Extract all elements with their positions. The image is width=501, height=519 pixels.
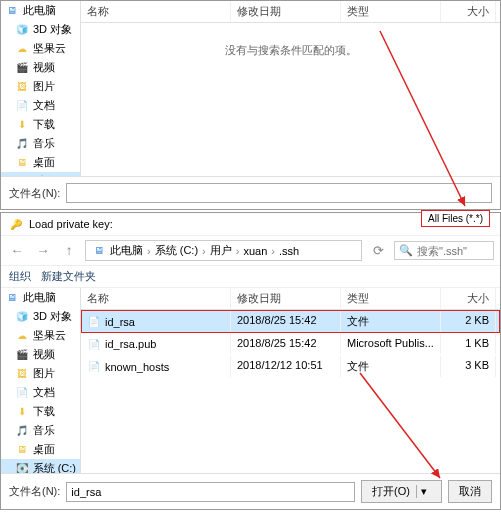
sidebar-item[interactable]: 🎵音乐 [1,134,80,153]
sidebar-item-label: 坚果云 [33,41,66,56]
key-icon: 🔑 [9,217,23,231]
file-size: 1 KB [441,334,496,354]
sidebar: 🖥此电脑🧊3D 对象☁坚果云🎬视频🖼图片📄文档⬇下载🎵音乐🖥桌面💽系统 (C:)… [1,288,81,473]
sidebar-item-label: 下载 [33,117,55,132]
file-row[interactable]: 📄id_rsa.pub2018/8/25 15:42Microsoft Publ… [81,333,500,355]
sidebar-item[interactable]: 🖥桌面 [1,440,80,459]
file-name: id_rsa [105,316,135,328]
chevron-down-icon[interactable]: ▾ [416,485,431,498]
sidebar-item[interactable]: 🧊3D 对象 [1,307,80,326]
column-type[interactable]: 类型 [341,288,441,309]
column-name[interactable]: 名称 [81,288,231,309]
sidebar-item[interactable]: 🎬视频 [1,345,80,364]
computer-icon: 🖥 [5,291,19,305]
column-type[interactable]: 类型 [341,1,441,22]
sidebar-item-label: 文档 [33,98,55,113]
desktop-icon: 🖥 [15,156,29,170]
sidebar-item-label: 视频 [33,347,55,362]
search-icon: 🔍 [399,244,413,257]
chevron-right-icon: › [236,245,240,257]
chevron-right-icon: › [202,245,206,257]
sidebar-item[interactable]: 🎬视频 [1,58,80,77]
filetype-dropdown[interactable]: All Files (*.*) [421,210,490,227]
music-icon: 🎵 [15,424,29,438]
sidebar-item[interactable]: ☁坚果云 [1,326,80,345]
music-icon: 🎵 [15,137,29,151]
filename-label: 文件名(N): [9,186,60,201]
sidebar-item[interactable]: ⬇下载 [1,402,80,421]
sidebar-item-label: 3D 对象 [33,22,72,37]
cube-icon: 🧊 [15,310,29,324]
breadcrumb-segment[interactable]: xuan [243,245,267,257]
sidebar-item-label: 3D 对象 [33,309,72,324]
new-folder-button[interactable]: 新建文件夹 [41,269,96,284]
refresh-button[interactable]: ⟳ [368,241,388,261]
disk-icon: 💽 [15,462,29,474]
column-size[interactable]: 大小 [441,1,496,22]
filename-input[interactable] [66,482,355,502]
cube-icon: 🧊 [15,23,29,37]
sidebar-item[interactable]: 🖥此电脑 [1,288,80,307]
filename-input[interactable] [66,183,492,203]
file-type: Microsoft Publis... [341,334,441,354]
sidebar-item[interactable]: ⬇下载 [1,115,80,134]
computer-icon: 🖥 [92,244,106,258]
file-icon: 📄 [87,360,101,374]
file-list: 没有与搜索条件匹配的项。 [81,23,500,176]
breadcrumb-segment[interactable]: 用户 [210,243,232,258]
breadcrumb-segment[interactable]: 此电脑 [110,243,143,258]
open-button[interactable]: 打开(O)▾ [361,480,442,503]
dialog-title: Load private key: [29,218,113,230]
sidebar-item[interactable]: 📄文档 [1,96,80,115]
desktop-icon: 🖥 [15,443,29,457]
nav-up-button[interactable]: ↑ [59,241,79,261]
file-list[interactable]: 📄id_rsa2018/8/25 15:42文件2 KB📄id_rsa.pub2… [81,310,500,473]
breadcrumb[interactable]: 🖥此电脑›系统 (C:)›用户›xuan›.ssh [85,240,362,261]
search-input[interactable] [417,245,487,257]
sidebar-item-label: 桌面 [33,442,55,457]
sidebar-item-label: 此电脑 [23,290,56,305]
sidebar-item-label: 图片 [33,79,55,94]
computer-icon: 🖥 [5,4,19,18]
nav-back-button[interactable]: ← [7,241,27,261]
sidebar-item[interactable]: 💽系统 (C:) [1,459,80,473]
sidebar-item[interactable]: 📄文档 [1,383,80,402]
file-date: 2018/8/25 15:42 [231,311,341,332]
chevron-right-icon: › [147,245,151,257]
file-size: 2 KB [441,311,496,332]
column-date[interactable]: 修改日期 [231,1,341,22]
search-box[interactable]: 🔍 [394,241,494,260]
file-dialog-empty: 🖥此电脑🧊3D 对象☁坚果云🎬视频🖼图片📄文档⬇下载🎵音乐🖥桌面💽系统 (C:)… [0,0,501,210]
sidebar-item[interactable]: 🖥桌面 [1,153,80,172]
video-icon: 🎬 [15,348,29,362]
file-dialog-load-key: 🔑 Load private key: ← → ↑ 🖥此电脑›系统 (C:)›用… [0,212,501,510]
file-row[interactable]: 📄id_rsa2018/8/25 15:42文件2 KB [81,310,500,333]
chevron-right-icon: › [271,245,275,257]
column-date[interactable]: 修改日期 [231,288,341,309]
sidebar-item-label: 桌面 [33,155,55,170]
organize-menu[interactable]: 组织 [9,269,31,284]
column-size[interactable]: 大小 [441,288,496,309]
download-icon: ⬇ [15,405,29,419]
cancel-button[interactable]: 取消 [448,480,492,503]
breadcrumb-segment[interactable]: 系统 (C:) [155,243,198,258]
file-date: 2018/12/12 10:51 [231,356,341,377]
filename-label: 文件名(N): [9,484,60,499]
sidebar-item[interactable]: ☁坚果云 [1,39,80,58]
nav-forward-button[interactable]: → [33,241,53,261]
file-name: id_rsa.pub [105,338,156,350]
column-name[interactable]: 名称 [81,1,231,22]
file-row[interactable]: 📄known_hosts2018/12/12 10:51文件3 KB [81,355,500,378]
sidebar-item[interactable]: 🖼图片 [1,77,80,96]
sidebar-item[interactable]: 🖥此电脑 [1,1,80,20]
cloud-icon: ☁ [15,329,29,343]
file-icon: 📄 [87,315,101,329]
breadcrumb-segment[interactable]: .ssh [279,245,299,257]
download-icon: ⬇ [15,118,29,132]
sidebar-item[interactable]: 🎵音乐 [1,421,80,440]
sidebar-item[interactable]: 🖼图片 [1,364,80,383]
sidebar-item-label: 此电脑 [23,3,56,18]
doc-icon: 📄 [15,99,29,113]
sidebar-item-label: 系统 (C:) [33,461,76,473]
sidebar-item[interactable]: 🧊3D 对象 [1,20,80,39]
